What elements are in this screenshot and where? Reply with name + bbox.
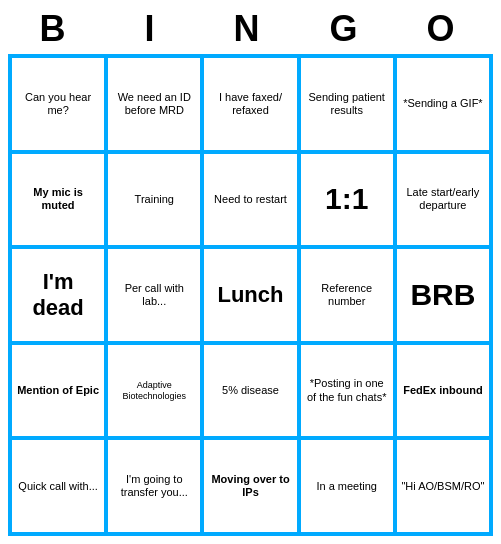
- cell-4-1[interactable]: I'm going to transfer you...: [106, 438, 202, 534]
- title-b: B: [13, 8, 101, 50]
- cell-2-0[interactable]: I'm dead: [10, 247, 106, 343]
- cell-2-3[interactable]: Reference number: [299, 247, 395, 343]
- cell-2-4[interactable]: BRB: [395, 247, 491, 343]
- cell-1-0[interactable]: My mic is muted: [10, 152, 106, 248]
- cell-3-0[interactable]: Mention of Epic: [10, 343, 106, 439]
- cell-4-2[interactable]: Moving over to IPs: [202, 438, 298, 534]
- title-n: N: [207, 8, 295, 50]
- cell-3-2[interactable]: 5% disease: [202, 343, 298, 439]
- cell-3-3[interactable]: *Posting in one of the fun chats*: [299, 343, 395, 439]
- cell-0-2[interactable]: I have faxed/ refaxed: [202, 56, 298, 152]
- cell-1-3[interactable]: 1:1: [299, 152, 395, 248]
- cell-3-4[interactable]: FedEx inbound: [395, 343, 491, 439]
- cell-3-1[interactable]: Adaptive Biotechnologies: [106, 343, 202, 439]
- cell-1-4[interactable]: Late start/early departure: [395, 152, 491, 248]
- title-g: G: [304, 8, 392, 50]
- bingo-grid: Can you hear me? We need an ID before MR…: [8, 54, 493, 536]
- cell-4-3[interactable]: In a meeting: [299, 438, 395, 534]
- cell-0-1[interactable]: We need an ID before MRD: [106, 56, 202, 152]
- cell-1-2[interactable]: Need to restart: [202, 152, 298, 248]
- cell-0-0[interactable]: Can you hear me?: [10, 56, 106, 152]
- cell-2-1[interactable]: Per call with lab...: [106, 247, 202, 343]
- title-i: I: [110, 8, 198, 50]
- cell-4-0[interactable]: Quick call with...: [10, 438, 106, 534]
- cell-0-4[interactable]: *Sending a GIF*: [395, 56, 491, 152]
- cell-1-1[interactable]: Training: [106, 152, 202, 248]
- title-o: O: [401, 8, 489, 50]
- cell-2-2[interactable]: Lunch: [202, 247, 298, 343]
- bingo-title: B I N G O: [8, 8, 493, 50]
- cell-4-4[interactable]: "Hi AO/BSM/RO": [395, 438, 491, 534]
- cell-0-3[interactable]: Sending patient results: [299, 56, 395, 152]
